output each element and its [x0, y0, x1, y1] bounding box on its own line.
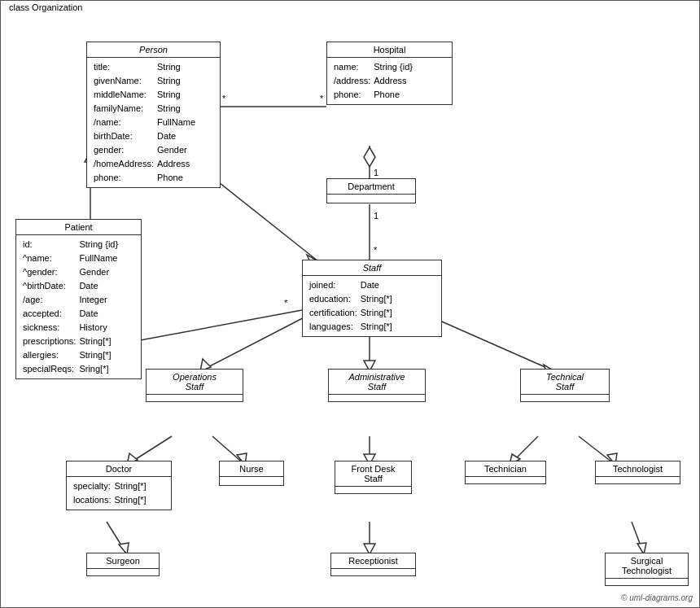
class-front-desk-staff-header: Front DeskStaff: [335, 461, 411, 487]
class-front-desk-staff-body: [335, 487, 411, 493]
class-surgeon-body: [87, 569, 159, 575]
svg-text:*: *: [222, 94, 226, 103]
class-surgeon: Surgeon: [86, 553, 160, 576]
class-department-body: [327, 195, 415, 203]
class-department: Department: [326, 178, 416, 203]
class-technician-body: [466, 477, 545, 483]
class-patient-body: id:String {id} ^name:FullName ^gender:Ge…: [16, 235, 141, 378]
svg-line-14: [127, 310, 302, 343]
class-surgical-technologist-header: SurgicalTechnologist: [606, 553, 688, 579]
class-department-header: Department: [327, 179, 415, 195]
class-doctor: Doctor specialty:String[*] locations:Str…: [66, 461, 172, 510]
class-administrative-staff-body: [329, 395, 425, 401]
class-surgeon-header: Surgeon: [87, 553, 159, 569]
class-hospital-body: name:String {id} /address:Address phone:…: [327, 58, 452, 104]
class-nurse: Nurse: [219, 461, 284, 486]
class-staff-body: joined:Date education:String[*] certific…: [303, 276, 441, 336]
class-technologist-body: [596, 477, 680, 483]
class-technician-header: Technician: [466, 461, 545, 477]
class-person-header: Person: [87, 42, 220, 58]
class-front-desk-staff: Front DeskStaff: [335, 461, 412, 494]
svg-line-17: [200, 310, 318, 371]
class-receptionist-header: Receptionist: [331, 553, 415, 569]
svg-line-37: [632, 522, 644, 554]
class-person-body: title:String givenName:String middleName…: [87, 58, 220, 187]
class-technologist: Technologist: [595, 461, 680, 484]
class-surgical-technologist: SurgicalTechnologist: [605, 553, 689, 586]
class-surgical-technologist-body: [606, 579, 688, 585]
class-doctor-body: specialty:String[*] locations:String[*]: [67, 477, 171, 510]
class-nurse-header: Nurse: [220, 461, 283, 477]
diagram-container: class Organization * * 1 * 1 * * *: [0, 0, 700, 608]
class-person: Person title:String givenName:String mid…: [86, 42, 221, 188]
class-hospital: Hospital name:String {id} /address:Addre…: [326, 42, 453, 105]
svg-text:*: *: [284, 298, 288, 308]
copyright-text: © uml-diagrams.org: [621, 593, 693, 602]
svg-marker-4: [364, 147, 375, 167]
class-administrative-staff-header: AdministrativeStaff: [329, 370, 425, 395]
diagram-title: class Organization: [6, 2, 86, 12]
class-technologist-header: Technologist: [596, 461, 680, 477]
svg-text:1: 1: [374, 168, 378, 177]
svg-text:*: *: [320, 94, 324, 103]
svg-line-33: [107, 522, 127, 554]
class-technical-staff-body: [521, 395, 609, 401]
class-staff-header: Staff: [303, 260, 441, 276]
class-hospital-header: Hospital: [327, 42, 452, 58]
class-receptionist: Receptionist: [330, 553, 416, 576]
class-patient: Patient id:String {id} ^name:FullName ^g…: [15, 219, 142, 379]
class-doctor-header: Doctor: [67, 461, 171, 477]
svg-text:*: *: [374, 245, 378, 255]
class-technician: Technician: [465, 461, 546, 484]
class-operations-staff: OperationsStaff: [146, 369, 243, 402]
svg-text:1: 1: [374, 211, 378, 221]
class-staff: Staff joined:Date education:String[*] ce…: [302, 260, 442, 337]
class-administrative-staff: AdministrativeStaff: [328, 369, 426, 402]
class-technical-staff-header: TechnicalStaff: [521, 370, 609, 395]
class-technical-staff: TechnicalStaff: [520, 369, 610, 402]
class-receptionist-body: [331, 569, 415, 575]
class-operations-staff-header: OperationsStaff: [147, 370, 243, 395]
class-patient-header: Patient: [16, 220, 141, 235]
class-operations-staff-body: [147, 395, 243, 401]
class-nurse-body: [220, 477, 283, 485]
